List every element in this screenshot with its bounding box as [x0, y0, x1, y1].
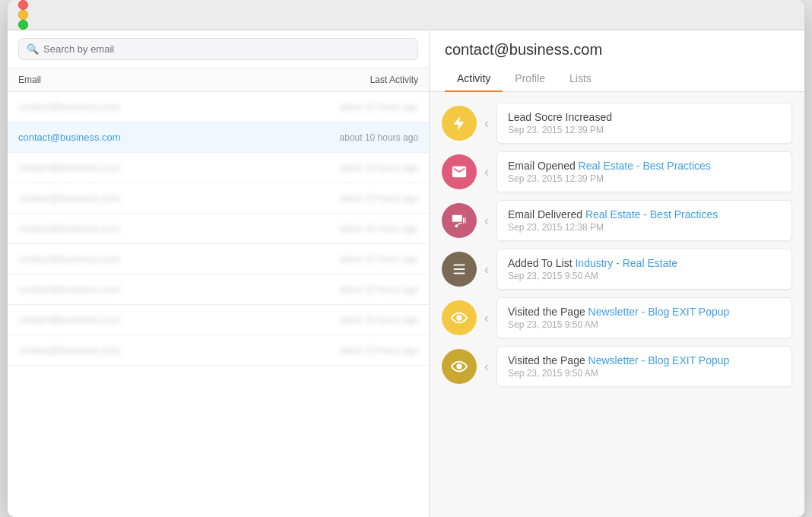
activity-link[interactable]: Newsletter - Blog EXIT Popup	[588, 354, 730, 366]
activity-title: Added To List Industry - Real Estate	[508, 257, 781, 269]
activity-list: ‹Lead Socre IncreasedSep 23, 2015 12:39 …	[430, 92, 804, 517]
activity-item: ‹Visited the Page Newsletter - Blog EXIT…	[442, 297, 792, 338]
activity-card: Email Delivered Real Estate - Best Pract…	[496, 200, 792, 241]
contact-row[interactable]: contact@business.comabout 10 hours ago	[8, 92, 429, 122]
activity-item: ‹Added To List Industry - Real EstateSep…	[442, 249, 792, 290]
svg-point-6	[457, 316, 462, 320]
contact-title: contact@business.com	[445, 41, 789, 59]
tab-activity[interactable]: Activity	[445, 66, 503, 92]
activity-title: Visited the Page Newsletter - Blog EXIT …	[508, 306, 781, 318]
chevron-icon: ‹	[484, 116, 489, 132]
activity-icon-mail-opened	[442, 154, 477, 189]
activity-item: ‹Visited the Page Newsletter - Blog EXIT…	[442, 346, 792, 387]
svg-rect-0	[452, 215, 462, 222]
contact-email-cell: contact@business.com	[18, 344, 121, 356]
activity-link[interactable]: Industry - Real Estate	[575, 257, 677, 269]
activity-title: Email Delivered Real Estate - Best Pract…	[508, 208, 781, 220]
contact-email-cell: contact@business.com	[18, 284, 121, 295]
tabs: ActivityProfileLists	[445, 66, 789, 91]
chevron-icon: ‹	[484, 359, 489, 375]
search-icon: 🔍	[27, 43, 39, 55]
contact-row[interactable]: contact@business.comabout 10 hours ago	[8, 305, 429, 335]
activity-time: Sep 23, 2015 12:39 PM	[508, 173, 781, 184]
activity-title: Email Opened Real Estate - Best Practice…	[508, 160, 781, 172]
search-input[interactable]	[43, 43, 410, 55]
main-content: 🔍 Email Last Activity contact@business.c…	[8, 30, 804, 517]
activity-time: Sep 23, 2015 9:50 AM	[508, 368, 781, 379]
list-header: Email Last Activity	[8, 68, 429, 92]
contact-time-cell: about 10 hours ago	[340, 102, 418, 113]
search-wrapper: 🔍	[18, 38, 418, 60]
activity-card: Lead Socre IncreasedSep 23, 2015 12:39 P…	[496, 103, 792, 144]
svg-point-7	[457, 364, 462, 369]
contact-time-cell: about 10 hours ago	[340, 224, 418, 234]
contact-time-cell: about 10 hours ago	[340, 193, 418, 204]
contact-time-cell: about 10 hours ago	[340, 345, 418, 356]
activity-icon-eye2	[442, 349, 477, 384]
contact-email-cell: contact@business.com	[18, 314, 121, 325]
titlebar	[8, 0, 804, 30]
contact-time-cell: about 10 hours ago	[340, 254, 418, 265]
traffic-lights	[18, 0, 28, 30]
chevron-icon: ‹	[484, 262, 489, 278]
tab-profile[interactable]: Profile	[503, 66, 557, 92]
chevron-icon: ‹	[484, 213, 489, 229]
activity-item: ‹Email Opened Real Estate - Best Practic…	[442, 151, 792, 192]
activity-column-header: Last Activity	[370, 75, 418, 85]
activity-link[interactable]: Real Estate - Best Practices	[579, 160, 711, 172]
maximize-button[interactable]	[18, 20, 28, 30]
activity-link[interactable]: Real Estate - Best Practices	[585, 208, 718, 220]
contact-row[interactable]: contact@business.comabout 10 hours ago	[8, 244, 429, 274]
contact-row[interactable]: contact@business.comabout 10 hours ago	[8, 183, 429, 214]
activity-time: Sep 23, 2015 9:50 AM	[508, 271, 781, 281]
tab-lists[interactable]: Lists	[557, 66, 604, 92]
search-bar: 🔍	[8, 30, 429, 68]
contact-row[interactable]: contact@business.comabout 10 hours ago	[8, 153, 429, 183]
activity-time: Sep 23, 2015 9:50 AM	[508, 319, 781, 330]
activity-item: ‹Lead Socre IncreasedSep 23, 2015 12:39 …	[442, 103, 792, 144]
contact-time-cell: about 10 hours ago	[340, 315, 418, 325]
activity-icon-mail-delivered	[442, 203, 477, 238]
activity-link[interactable]: Newsletter - Blog EXIT Popup	[588, 306, 730, 318]
left-panel: 🔍 Email Last Activity contact@business.c…	[8, 30, 430, 517]
contact-row[interactable]: contact@business.comabout 10 hours ago	[8, 122, 429, 153]
right-panel: contact@business.com ActivityProfileList…	[430, 30, 804, 517]
activity-icon-lightning	[442, 106, 477, 141]
contact-time-cell: about 10 hours ago	[340, 284, 418, 295]
activity-card: Visited the Page Newsletter - Blog EXIT …	[496, 297, 792, 338]
right-header: contact@business.com ActivityProfileList…	[430, 30, 804, 92]
contact-email-cell: contact@business.com	[18, 101, 121, 113]
activity-icon-list	[442, 252, 477, 287]
activity-card: Added To List Industry - Real EstateSep …	[496, 249, 792, 290]
contact-time-cell: about 10 hours ago	[340, 163, 418, 173]
contact-row[interactable]: contact@business.comabout 10 hours ago	[8, 274, 429, 305]
activity-card: Visited the Page Newsletter - Blog EXIT …	[496, 346, 792, 387]
contact-row[interactable]: contact@business.comabout 10 hours ago	[8, 214, 429, 244]
app-window: 🔍 Email Last Activity contact@business.c…	[8, 0, 804, 517]
contact-email-cell: contact@business.com	[18, 132, 121, 143]
close-button[interactable]	[18, 0, 28, 10]
chevron-icon: ‹	[484, 310, 489, 326]
contact-email-cell: contact@business.com	[18, 192, 121, 204]
email-column-header: Email	[18, 75, 41, 85]
activity-icon-eye1	[442, 300, 477, 335]
svg-point-2	[455, 225, 458, 228]
contacts-list: contact@business.comabout 10 hours agoco…	[8, 92, 429, 517]
activity-item: ‹Email Delivered Real Estate - Best Prac…	[442, 200, 792, 241]
activity-title: Lead Socre Increased	[508, 111, 781, 123]
contact-time-cell: about 10 hours ago	[340, 132, 418, 143]
chevron-icon: ‹	[484, 164, 489, 180]
contact-email-cell: contact@business.com	[18, 223, 121, 234]
contact-email-cell: contact@business.com	[18, 253, 121, 265]
activity-card: Email Opened Real Estate - Best Practice…	[496, 151, 792, 192]
activity-time: Sep 23, 2015 12:38 PM	[508, 222, 781, 233]
contact-email-cell: contact@business.com	[18, 162, 121, 173]
contact-row[interactable]: contact@business.comabout 10 hours ago	[8, 335, 429, 366]
activity-title: Visited the Page Newsletter - Blog EXIT …	[508, 354, 781, 366]
activity-time: Sep 23, 2015 12:39 PM	[508, 125, 781, 135]
minimize-button[interactable]	[18, 10, 28, 20]
